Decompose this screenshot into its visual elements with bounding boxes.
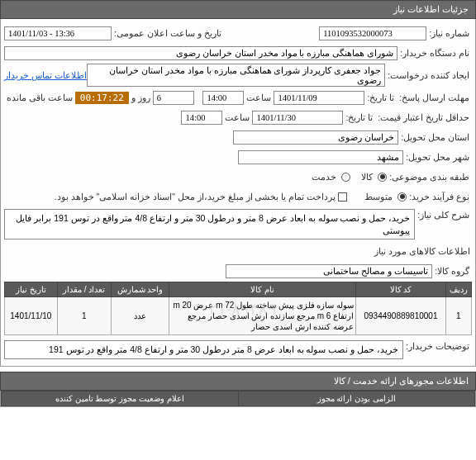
th-name: نام کالا — [169, 282, 356, 297]
label-price-validity: حداقل تاریخ اعتبار قیمت: — [375, 112, 472, 122]
label-day-and: روز و — [129, 92, 153, 102]
permits-title: اطلاعات مجوزهای ارائه خدمت / کالا — [334, 376, 469, 386]
link-buyer-contact[interactable]: اطلاعات تماس خریدار — [4, 70, 87, 80]
th-supply-status: اعلام وضعیت مجوز توسط تامین کننده — [2, 391, 239, 406]
label-until-2: تا تاریخ: — [343, 112, 375, 122]
th-need-date: تاریخ نیاز — [5, 282, 58, 297]
table-row: 1 0934490889810001 سوله سازه فلزی پیش سا… — [5, 297, 472, 335]
panel-header-permits: اطلاعات مجوزهای ارائه خدمت / کالا — [0, 372, 476, 391]
th-unit: واحد شمارش — [111, 282, 169, 297]
th-permit-required: الزامی بودن ارائه مجوز — [238, 391, 475, 406]
panel-header-need-details: جزئیات اطلاعات نیاز — [0, 0, 476, 19]
field-need-desc: خرید، حمل و نصب سوله به ابعاد عرض 8 متر … — [4, 209, 415, 239]
label-hour-2: ساعت — [222, 112, 252, 122]
label-goods-group: گروه کالا: — [432, 266, 472, 276]
cell-code: 0934490889810001 — [356, 297, 446, 335]
field-days-left: 6 — [153, 91, 194, 105]
checkbox-treasury-docs[interactable] — [338, 192, 347, 202]
need-details-panel: شماره نیاز: 1101093532000073 تاریخ و ساع… — [0, 19, 476, 367]
cell-qty: 1 — [57, 297, 111, 335]
field-request-creator: جواد جعفری کارپرداز شورای هماهنگی مبارزه… — [87, 64, 385, 87]
label-subject-class: طبقه بندی موضوعی: — [387, 172, 472, 182]
section-items-info: اطلاعات کالاهای مورد نیاز — [4, 243, 472, 260]
th-qty: تعداد / مقدار — [57, 282, 111, 297]
field-deadline-date: 1401/11/09 — [274, 91, 364, 105]
items-table-area: ۰۲۱-۸۹۳۸۹ ردیف کد کالا نام کالا واحد شما… — [4, 282, 472, 335]
label-city: شهر محل تحویل: — [403, 152, 472, 162]
th-row: ردیف — [445, 282, 471, 297]
label-announce-datetime: تاریخ و ساعت اعلان عمومی: — [112, 28, 224, 38]
countdown-timer: 00:17:22 — [75, 92, 129, 104]
label-partial-pay-note: پرداخت تمام یا بخشی از مبلغ خرید،از محل … — [4, 192, 338, 202]
field-province: خراسان رضوی — [233, 130, 398, 145]
radio-services[interactable] — [341, 173, 350, 182]
field-goods-group: تاسیسات و مصالح ساختمانی — [226, 264, 432, 278]
subject-class-radio-group: کالا خدمت — [309, 172, 387, 182]
label-goods: کالا — [359, 172, 375, 182]
permits-panel: الزامی بودن ارائه مجوز اعلام وضعیت مجوز … — [0, 391, 476, 407]
label-need-desc: شرح کلی نیاز: — [415, 207, 472, 220]
label-send-deadline: مهلت ارسال پاسخ: — [397, 92, 472, 102]
label-province: استان محل تحویل: — [398, 132, 472, 142]
permits-table: الزامی بودن ارائه مجوز اعلام وضعیت مجوز … — [1, 391, 475, 406]
label-buyer-notes: توضیحات خریدار: — [403, 339, 472, 351]
radio-medium[interactable] — [397, 192, 407, 202]
label-remaining: ساعت باقی مانده — [4, 92, 75, 102]
cell-name: سوله سازه فلزی پیش ساخته طول m 72 عرض m … — [169, 297, 356, 335]
field-validity-date: 1401/11/30 — [252, 111, 343, 125]
cell-row: 1 — [445, 297, 471, 335]
label-services: خدمت — [309, 172, 339, 182]
label-until-1: تا تاریخ: — [364, 92, 397, 102]
label-medium: متوسط — [362, 192, 395, 202]
label-purchase-process: نوع فرآیند خرید: — [407, 192, 472, 202]
label-need-no: شماره نیاز: — [426, 28, 472, 38]
field-announce-datetime: 1401/11/03 - 13:36 — [4, 26, 112, 40]
field-deadline-time: 14:00 — [202, 91, 244, 105]
label-hour-1: ساعت — [244, 92, 274, 102]
radio-goods[interactable] — [378, 173, 387, 182]
label-request-creator: ایجاد کننده درخواست: — [385, 70, 472, 80]
cell-need-date: 1401/11/10 — [5, 297, 58, 335]
field-validity-time: 14:00 — [181, 111, 222, 125]
label-buyer-org: نام دستگاه خریدار: — [397, 48, 472, 58]
field-buyer-org: شورای هماهنگی مبارزه با مواد مخدر استان … — [4, 46, 397, 60]
th-code: کد کالا — [356, 282, 446, 297]
items-table: ردیف کد کالا نام کالا واحد شمارش تعداد /… — [4, 282, 472, 335]
cell-unit: عدد — [111, 297, 169, 335]
field-buyer-notes: خرید، حمل و نصب سوله به ابعاد عرض 8 متر … — [4, 340, 403, 359]
field-need-no: 1101093532000073 — [319, 26, 426, 40]
header-title: جزئیات اطلاعات نیاز — [393, 4, 469, 14]
field-city: مشهد — [238, 150, 403, 164]
